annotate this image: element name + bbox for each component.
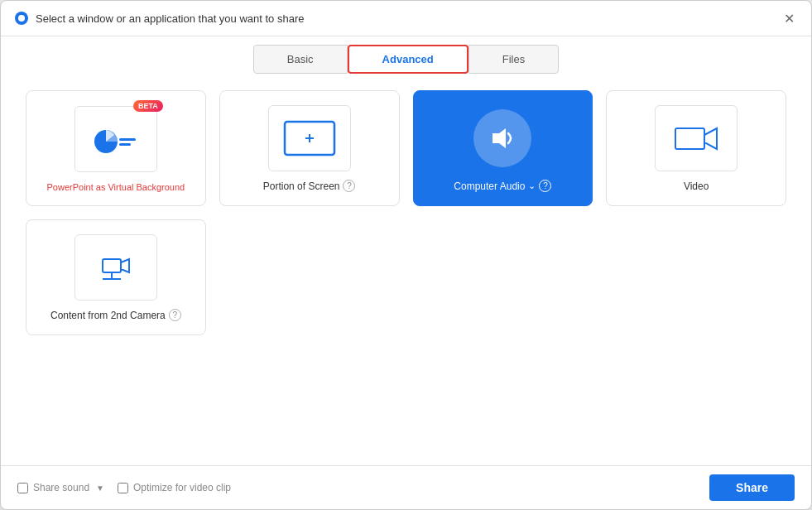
share-dialog: Select a window or an application that y… bbox=[0, 0, 812, 510]
content-area: BETA PowerPoint as Virtual Bac bbox=[1, 74, 811, 465]
audio-circle bbox=[473, 109, 531, 167]
close-icon: ✕ bbox=[784, 11, 795, 26]
svg-marker-8 bbox=[492, 128, 506, 148]
tab-basic[interactable]: Basic bbox=[253, 45, 348, 74]
card-icon-box-ppt: BETA bbox=[74, 106, 157, 172]
title-bar: Select a window or an application that y… bbox=[1, 1, 811, 36]
svg-point-1 bbox=[18, 15, 25, 22]
audio-icon bbox=[486, 122, 519, 155]
card-icon-box-camera bbox=[74, 234, 157, 301]
optimize-checkbox[interactable] bbox=[118, 483, 128, 493]
close-button[interactable]: ✕ bbox=[780, 9, 798, 27]
card-icon-box-portion bbox=[268, 105, 351, 171]
card-label-ppt: PowerPoint as Virtual Background bbox=[47, 182, 185, 192]
card-label-row-video: Video bbox=[684, 180, 709, 192]
video-icon bbox=[671, 120, 721, 157]
card-portion[interactable]: Portion of Screen ? bbox=[219, 90, 400, 206]
share-button[interactable]: Share bbox=[709, 474, 795, 501]
tabs-row: Basic Advanced Files bbox=[1, 36, 811, 74]
card-powerpoint[interactable]: BETA PowerPoint as Virtual Bac bbox=[26, 90, 206, 206]
camera-icon bbox=[93, 244, 138, 290]
card-label-portion: Portion of Screen bbox=[263, 180, 340, 192]
card-label-audio: Computer Audio bbox=[454, 180, 525, 192]
card-icon-area-portion bbox=[233, 104, 386, 171]
beta-badge: BETA bbox=[133, 100, 163, 112]
svg-rect-3 bbox=[119, 138, 136, 141]
dialog-title: Select a window or an application that y… bbox=[36, 12, 780, 25]
svg-rect-4 bbox=[119, 143, 131, 146]
card-icon-area-ppt: BETA bbox=[40, 104, 192, 174]
card-icon-area-video bbox=[620, 104, 772, 172]
card-audio[interactable]: Computer Audio ⌄ ? bbox=[413, 90, 593, 206]
card-label-row-audio: Computer Audio ⌄ ? bbox=[454, 180, 551, 192]
svg-rect-11 bbox=[103, 259, 121, 272]
share-sound-label: Share sound bbox=[33, 482, 89, 493]
card-label-row-camera: Content from 2nd Camera ? bbox=[50, 309, 181, 321]
audio-help-icon[interactable]: ? bbox=[539, 180, 551, 192]
tab-files[interactable]: Files bbox=[468, 45, 559, 74]
share-sound-dropdown-icon[interactable]: ▼ bbox=[96, 484, 104, 493]
optimize-label: Optimize for video clip bbox=[133, 482, 231, 493]
card-icon-box-video bbox=[655, 105, 738, 171]
card-label-video: Video bbox=[684, 180, 709, 192]
optimize-checkbox-label[interactable]: Optimize for video clip bbox=[118, 482, 231, 493]
card-label-row-portion: Portion of Screen ? bbox=[263, 180, 356, 192]
camera-help-icon[interactable]: ? bbox=[169, 309, 181, 321]
ppt-icon bbox=[91, 118, 141, 160]
card-label-camera: Content from 2nd Camera bbox=[50, 310, 166, 321]
portion-help-icon[interactable]: ? bbox=[343, 180, 355, 192]
tab-advanced[interactable]: Advanced bbox=[348, 45, 468, 74]
card-video[interactable]: Video bbox=[606, 90, 786, 206]
card-icon-area-camera bbox=[40, 233, 192, 301]
footer-left: Share sound ▼ Optimize for video clip bbox=[17, 482, 231, 493]
cards-grid: BETA PowerPoint as Virtual Bac bbox=[26, 90, 786, 335]
card-icon-area-audio bbox=[427, 104, 579, 171]
audio-chevron-icon[interactable]: ⌄ bbox=[528, 180, 536, 191]
svg-rect-9 bbox=[675, 128, 704, 149]
app-icon bbox=[14, 11, 29, 26]
share-sound-checkbox-label[interactable]: Share sound ▼ bbox=[17, 482, 104, 493]
portion-icon bbox=[281, 118, 339, 159]
share-sound-checkbox[interactable] bbox=[17, 483, 28, 493]
svg-marker-12 bbox=[121, 259, 129, 272]
card-label-row-ppt: PowerPoint as Virtual Background bbox=[47, 182, 185, 192]
svg-marker-10 bbox=[704, 128, 717, 149]
footer: Share sound ▼ Optimize for video clip Sh… bbox=[1, 465, 811, 509]
card-camera[interactable]: Content from 2nd Camera ? bbox=[26, 219, 206, 335]
